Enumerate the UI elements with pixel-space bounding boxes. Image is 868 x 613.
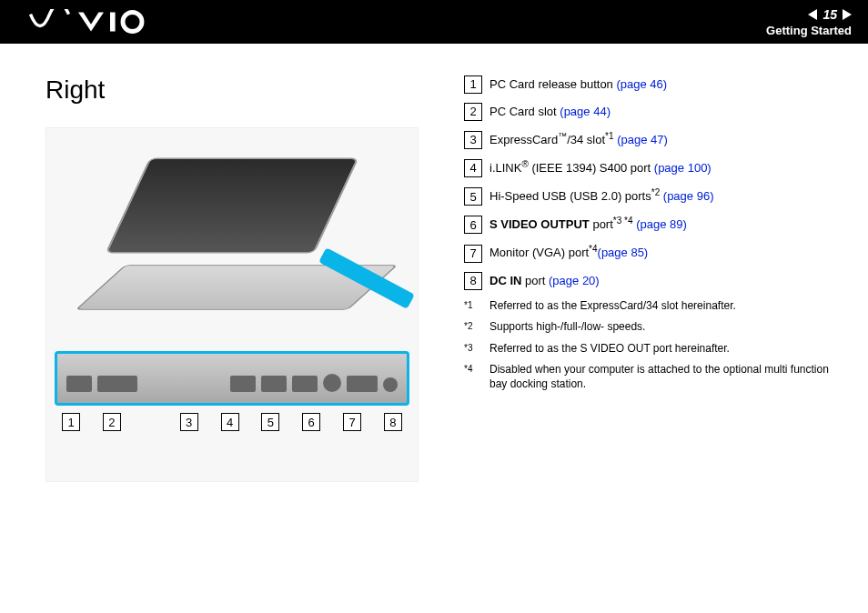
legend-text-3: ExpressCard™/34 slot*1 (page 47) [490,130,668,148]
page-ref-4[interactable]: (page 100) [654,161,712,175]
legend-num-2: 2 [464,103,482,121]
page-ref-8[interactable]: (page 20) [549,274,600,287]
legend-item-2: 2 PC Card slot (page 44) [464,103,841,121]
vaio-logo [27,9,155,35]
prev-page-icon[interactable] [808,9,817,20]
footnote-1-text: Referred to as the ExpressCard/34 slot h… [490,299,736,314]
laptop-illustration [73,137,391,337]
laptop-figure: 1 2 3 4 5 6 7 8 [45,127,419,482]
legend-text-8: DC IN port (page 20) [490,273,600,289]
svg-point-2 [123,13,142,32]
page-number: 15 [823,7,837,22]
legend-num-8: 8 [464,272,482,290]
callout-8: 8 [384,413,402,431]
legend-item-8: 8 DC IN port (page 20) [464,272,841,290]
left-column: Right 1 2 3 4 5 6 7 [45,75,437,482]
legend-text-2: PC Card slot (page 44) [490,104,611,120]
page-header: 15 Getting Started [0,0,868,44]
legend-num-4: 4 [464,159,482,177]
legend-item-1: 1 PC Card release button (page 46) [464,75,841,94]
content: Right 1 2 3 4 5 6 7 [0,44,868,500]
page-ref-2[interactable]: (page 44) [560,105,611,118]
page-ref-5[interactable]: (page 96) [663,190,714,204]
legend-text-1: PC Card release button (page 46) [490,76,667,93]
header-section-label: Getting Started [766,24,852,37]
right-column: 1 PC Card release button (page 46) 2 PC … [464,75,841,399]
svg-marker-0 [78,13,104,32]
port-legend-list: 1 PC Card release button (page 46) 2 PC … [464,75,841,290]
page-nav: 15 [766,7,852,22]
callout-4: 4 [221,413,239,431]
footnote-1: *1Referred to as the ExpressCard/34 slot… [464,299,841,314]
legend-text-5: Hi-Speed USB (USB 2.0) ports*2 (page 96) [490,186,713,205]
page-ref-1[interactable]: (page 46) [616,77,667,91]
svg-rect-1 [110,13,116,32]
callout-1: 1 [62,413,80,431]
legend-num-3: 3 [464,131,482,149]
legend-num-5: 5 [464,187,482,206]
next-page-icon[interactable] [843,9,852,20]
page-ref-7[interactable]: (page 85) [598,246,649,260]
footnote-2: *2Supports high-/full-/low- speeds. [464,320,841,335]
legend-item-5: 5 Hi-Speed USB (USB 2.0) ports*2 (page 9… [464,186,841,206]
footnote-2-text: Supports high-/full-/low- speeds. [490,320,645,335]
footnote-4-text: Disabled when your computer is attached … [490,363,841,391]
footnote-4: *4Disabled when your computer is attache… [464,363,841,391]
callout-6: 6 [302,413,320,431]
legend-text-4: i.LINK® (IEEE 1394) S400 port (page 100) [490,158,712,176]
footnote-3-text: Referred to as the S VIDEO OUT port here… [490,342,730,357]
legend-item-4: 4 i.LINK® (IEEE 1394) S400 port (page 10… [464,158,841,177]
header-right: 15 Getting Started [766,7,852,37]
ports-closeup [55,351,409,406]
page-ref-6[interactable]: (page 89) [636,218,687,232]
callout-5: 5 [261,413,279,431]
footnote-3: *3Referred to as the S VIDEO OUT port he… [464,342,841,357]
legend-item-3: 3 ExpressCard™/34 slot*1 (page 47) [464,130,841,149]
callout-7: 7 [343,413,361,431]
callout-numbers-row: 1 2 3 4 5 6 7 8 [55,413,409,431]
legend-text-6: S VIDEO OUTPUT port*3 *4 (page 89) [490,215,687,233]
legend-item-7: 7 Monitor (VGA) port*4(page 85) [464,243,841,262]
callout-2: 2 [103,413,121,431]
legend-text-7: Monitor (VGA) port*4(page 85) [490,243,648,261]
callout-3: 3 [180,413,198,431]
page-title: Right [45,75,437,105]
legend-num-6: 6 [464,216,482,234]
legend-item-6: 6 S VIDEO OUTPUT port*3 *4 (page 89) [464,215,841,234]
footnotes: *1Referred to as the ExpressCard/34 slot… [464,299,841,392]
legend-num-1: 1 [464,75,482,94]
legend-num-7: 7 [464,245,482,263]
page-ref-3[interactable]: (page 47) [617,133,668,146]
